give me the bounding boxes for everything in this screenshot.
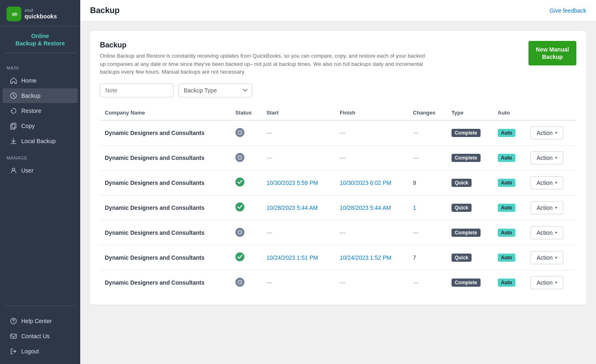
changes-value: --- — [413, 279, 419, 286]
finish-value[interactable]: 10/28/2023 5:44 AM — [340, 204, 391, 211]
copy-icon — [10, 122, 17, 130]
table-row: Dynamic Designers and Consultants ------… — [100, 220, 576, 245]
type-badge: Quick — [452, 254, 472, 262]
col-type: Type — [447, 106, 493, 120]
sidebar-item-logout[interactable]: Logout — [2, 344, 78, 359]
home-icon — [10, 77, 17, 84]
sidebar-item-local-backup[interactable]: Local Backup — [2, 134, 78, 148]
col-action — [526, 106, 576, 120]
logout-label: Logout — [21, 348, 39, 355]
new-manual-backup-button[interactable]: New ManualBackup — [528, 41, 576, 65]
backup-card: Backup Online Backup and Restore is cons… — [90, 31, 586, 305]
sidebar-logo: qb intuit quickbooks — [0, 0, 80, 27]
sidebar-item-help-center[interactable]: Help Center — [2, 314, 78, 328]
auto-cell: Auto — [493, 195, 526, 220]
action-cell: Action ▾ — [526, 270, 576, 295]
user-label: User — [21, 167, 34, 174]
action-button[interactable]: Action ▾ — [531, 251, 563, 264]
sidebar-nav: Main Home Backup Restore — [0, 57, 80, 301]
status-cell — [230, 170, 262, 195]
svg-rect-3 — [12, 123, 16, 128]
chevron-down-icon: ▾ — [555, 280, 557, 285]
give-feedback-link[interactable]: Give feedback — [550, 7, 587, 14]
action-label: Action — [537, 130, 553, 136]
action-button[interactable]: Action ▾ — [531, 151, 563, 164]
finish-value[interactable]: 10/24/2023 1:52 PM — [340, 254, 391, 261]
contact-icon — [10, 333, 17, 340]
chevron-down-icon: ▾ — [555, 255, 557, 260]
changes-value: 9 — [413, 180, 416, 186]
auto-cell: Auto — [493, 120, 526, 146]
action-cell: Action ▾ — [526, 170, 576, 195]
finish-cell: --- — [335, 220, 408, 245]
sidebar-item-backup[interactable]: Backup — [2, 88, 78, 103]
type-cell: Complete — [447, 145, 493, 170]
auto-cell: Auto — [493, 245, 526, 270]
changes-value: --- — [413, 130, 419, 136]
sidebar-item-restore[interactable]: Restore — [2, 103, 78, 118]
table-row: Dynamic Designers and Consultants 10/24/… — [100, 245, 576, 270]
card-info: Backup Online Backup and Restore is cons… — [100, 41, 427, 76]
sidebar-item-contact-us[interactable]: Contact Us — [2, 329, 78, 344]
changes-cell: --- — [408, 220, 447, 245]
col-changes: Changes — [408, 106, 447, 120]
table-row: Dynamic Designers and Consultants 10/28/… — [100, 195, 576, 220]
status-cell — [230, 195, 262, 220]
card-title: Backup — [100, 41, 427, 49]
table-row: Dynamic Designers and Consultants ------… — [100, 120, 576, 146]
start-value: --- — [266, 279, 272, 286]
company-name: Dynamic Designers and Consultants — [105, 279, 205, 286]
auto-cell: Auto — [493, 270, 526, 295]
status-complete-icon — [235, 252, 244, 261]
note-input[interactable] — [100, 83, 174, 97]
status-pending-icon — [235, 278, 244, 287]
sidebar-item-home[interactable]: Home — [2, 73, 78, 88]
company-name: Dynamic Designers and Consultants — [105, 155, 205, 161]
auto-cell: Auto — [493, 145, 526, 170]
company-name: Dynamic Designers and Consultants — [105, 180, 205, 186]
changes-value: 7 — [413, 254, 416, 261]
changes-value[interactable]: 1 — [413, 204, 416, 211]
action-button[interactable]: Action ▾ — [531, 201, 563, 214]
sidebar-item-user[interactable]: User — [2, 163, 78, 178]
col-finish: Finish — [335, 106, 408, 120]
start-value: --- — [266, 155, 272, 161]
start-value[interactable]: 10/30/2023 5:59 PM — [266, 180, 318, 186]
company-name: Dynamic Designers and Consultants — [105, 204, 205, 211]
finish-cell: 10/30/2023 6:02 PM — [335, 170, 408, 195]
finish-value: --- — [340, 130, 345, 136]
company-name-cell: Dynamic Designers and Consultants — [100, 170, 230, 195]
svg-point-17 — [236, 253, 244, 261]
status-complete-icon — [235, 202, 244, 211]
action-button[interactable]: Action ▾ — [531, 176, 563, 189]
svg-point-7 — [14, 323, 14, 323]
svg-text:qb: qb — [12, 11, 18, 16]
sidebar-item-copy[interactable]: Copy — [2, 119, 78, 133]
action-cell: Action ▾ — [526, 245, 576, 270]
table-row: Dynamic Designers and Consultants 10/30/… — [100, 170, 576, 195]
col-company-name: Company Name — [100, 106, 230, 120]
start-value[interactable]: 10/24/2023 1:51 PM — [266, 254, 318, 261]
company-name-cell: Dynamic Designers and Consultants — [100, 220, 230, 245]
changes-value: --- — [413, 229, 419, 236]
action-button[interactable]: Action ▾ — [531, 276, 563, 289]
svg-rect-4 — [11, 124, 15, 129]
auto-badge: Auto — [498, 179, 515, 187]
start-value: --- — [266, 229, 272, 236]
start-cell: --- — [262, 145, 335, 170]
status-cell — [230, 245, 262, 270]
finish-cell: --- — [335, 120, 408, 146]
card-description: Online Backup and Restore is constantly … — [100, 52, 427, 76]
company-name-cell: Dynamic Designers and Consultants — [100, 120, 230, 146]
status-pending-icon — [235, 128, 244, 137]
start-value[interactable]: 10/28/2023 5:44 AM — [266, 204, 318, 211]
backup-type-select[interactable]: Backup Type All Auto Manual Quick Comple… — [178, 83, 252, 97]
finish-value[interactable]: 10/30/2023 6:02 PM — [340, 180, 391, 186]
action-cell: Action ▾ — [526, 220, 576, 245]
action-button[interactable]: Action ▾ — [531, 126, 563, 139]
user-icon — [10, 167, 17, 174]
sidebar-bottom: Help Center Contact Us Logout — [0, 310, 80, 364]
help-icon — [10, 317, 17, 325]
auto-badge: Auto — [498, 254, 515, 262]
action-button[interactable]: Action ▾ — [531, 226, 563, 239]
